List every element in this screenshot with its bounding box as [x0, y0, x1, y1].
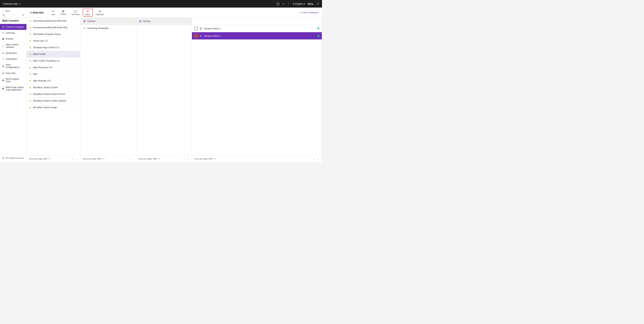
content-column-header: ⊞ Content › — [80, 18, 136, 25]
back-button[interactable]: ← Back — [2, 10, 24, 12]
list-item[interactable]: ⊞ Woodburn Studio Content French — [26, 91, 80, 98]
search-icon[interactable]: 🔍 — [2, 14, 5, 16]
back-label: Back — [6, 10, 10, 12]
overview-button[interactable]: ⬜ Overview — [69, 9, 82, 16]
clear-selection-button[interactable]: ✕ Clear Selection — [300, 11, 318, 14]
footer-pagination: ‹ › — [182, 157, 189, 160]
items-per-page-chevron[interactable]: ▾ — [100, 158, 101, 160]
footer-pagination: ‹ › — [313, 157, 319, 160]
library-icon: ⊞ — [29, 79, 31, 82]
user-icon[interactable]: ⓘ — [317, 2, 319, 6]
list-item[interactable]: ⊞ SecondLibrarya601e356-6c84-4381... — [26, 24, 80, 31]
clear-label: Clear Selection — [302, 11, 318, 14]
items-per-page-chevron[interactable]: ▾ — [156, 158, 157, 160]
article-2-checkbox[interactable]: ✓ — [194, 34, 198, 38]
list-item[interactable]: ⊞ Woodburn Studio Content — [26, 84, 80, 91]
library-list: ⊞ SecondLibrary83bcc81a-4816-455... ⊞ Se… — [26, 18, 80, 155]
articles-column-title: Articles — [143, 20, 150, 23]
prev-page-button[interactable]: ‹ — [313, 157, 316, 160]
sidebar-item-wcm-support-tools[interactable]: ✤ WCM Support Tools — [0, 76, 26, 84]
toolbar-actions: ✏ Edit 🗑 Delete ⬜ Overview ✛ Move ⧉ D — [49, 9, 300, 17]
more-options-icon[interactable]: ⋯ — [12, 14, 15, 16]
library-icon: ⊞ — [29, 73, 31, 76]
items-per-page-chevron[interactable]: ▾ — [212, 158, 213, 160]
content-composer-icon: ☰ — [2, 26, 4, 28]
article-item-1[interactable]: ⊞ Sample Article 1 — [192, 25, 322, 32]
content-column: ⊞ Content › ⊞ Authoring Templates Items … — [80, 18, 136, 162]
language-selector[interactable]: A English ▾ — [293, 2, 305, 5]
list-item[interactable]: ⊞ Social Lists 1.0 — [26, 38, 80, 44]
info-icon[interactable]: ⓘ — [214, 157, 216, 160]
library-icon: ⊞ — [29, 20, 31, 22]
sidebar-item-content-composer[interactable]: ☰ Content Composer — [0, 24, 26, 30]
library-column-footer: Items per page 100 ▾ ⓘ ‹ › — [26, 155, 80, 162]
topbar: Published Site ▾ ⬛ ⌂ ⋮ A English ▾ HCL ⓘ — [0, 0, 322, 8]
sidebar-item-web-content-libraries[interactable]: ⬚ Web Content Libraries — [0, 42, 26, 50]
prev-page-button[interactable]: ‹ — [182, 157, 186, 160]
list-item[interactable]: ⊞ Wiki Template v70 — [26, 78, 80, 84]
library-icon: ⊞ — [29, 86, 31, 89]
list-item[interactable]: ⊞ Template Page Content 3.0 — [26, 44, 80, 51]
lang-chevron-icon: ▾ — [304, 3, 305, 5]
next-page-button[interactable]: › — [316, 157, 319, 160]
next-page-button[interactable]: › — [130, 157, 134, 160]
list-item[interactable]: ⊞ Woodburn Studio Content Spanish — [26, 98, 80, 104]
footer-pagination: ‹ › — [127, 157, 134, 160]
content-header-icon: ⊞ — [84, 20, 86, 23]
items-per-page-chevron[interactable]: ▾ — [46, 158, 48, 160]
sidebar-item-authoring[interactable]: ✎ Authoring — [0, 30, 26, 36]
library-icon: ⊞ — [29, 46, 31, 49]
sidebar-item-subscribers[interactable]: ☆ Subscribers — [0, 56, 26, 62]
sidebar-item-label: Preview — [6, 38, 13, 40]
next-page-button[interactable]: › — [186, 157, 189, 160]
delete-button[interactable]: 🗑 Delete — [58, 9, 68, 16]
duplicate-button[interactable]: ⧉ Duplicate — [94, 9, 106, 16]
sidebar: ← Back 🔍 ⋯ ✕ Web Content ☰ Content Compo… — [0, 8, 26, 162]
duplicate-label: Duplicate — [96, 13, 104, 16]
authoring-templates-item[interactable]: ⊞ Authoring Templates — [80, 25, 136, 32]
sidebar-item-feed-jobs[interactable]: ⊘ Feed Jobs — [0, 70, 26, 76]
info-icon[interactable]: ⓘ — [102, 157, 104, 160]
list-item[interactable]: ⊞ Web Content Templates 3.0 — [26, 58, 80, 64]
article-2-status-dot — [318, 35, 319, 37]
library-name: Web Resources v70 — [33, 66, 52, 69]
list-item-selected[interactable]: ⊞ Web Content › — [26, 51, 80, 58]
article-items-list: ⊞ Sample Article 1 ✓ ⊞ Sample Article 2 — [192, 25, 322, 155]
sidebar-item-syndicators[interactable]: ⊙ Syndicators — [0, 50, 26, 56]
prev-page-button[interactable]: ‹ — [127, 157, 130, 160]
subscribers-icon: ☆ — [2, 58, 4, 60]
monitor-icon[interactable]: ⬛ — [276, 2, 280, 6]
info-icon[interactable]: ⓘ — [158, 157, 160, 160]
library-icon: ⊞ — [29, 26, 31, 29]
sidebar-item-feed-configurations[interactable]: ⊕ Feed Configurations — [0, 62, 26, 70]
app-dropdown-icon[interactable]: ▾ — [19, 3, 20, 5]
sidebar-item-preview[interactable]: ◉ Preview — [0, 36, 26, 42]
items-per-page-label: Items per page — [194, 158, 208, 160]
topbar-left: Published Site ▾ — [3, 3, 20, 5]
edit-icon: ✏ — [52, 10, 54, 13]
home-icon[interactable]: ⌂ — [283, 2, 284, 6]
article-item-2[interactable]: ✓ ⊞ Sample Article 2 — [192, 32, 322, 40]
library-name: Site Builder Template Library — [33, 33, 60, 36]
list-item[interactable]: ⊞ Woodburn Studio Design — [26, 104, 80, 111]
sidebar-item-multi-locale[interactable]: ✤ Multi-locale Library Copy Application — [0, 84, 26, 93]
move-label: Move — [85, 13, 90, 16]
content-area: 1 Selected ✏ Edit 🗑 Delete ⬜ Overview ✛ … — [26, 8, 322, 162]
article-1-checkbox[interactable] — [194, 27, 198, 30]
next-page-button[interactable]: › — [75, 157, 78, 160]
sidebar-item-label: WCM Support Tools — [6, 78, 24, 83]
articles-column-header: ⊞ Articles › — [136, 18, 192, 25]
list-item[interactable]: ⊞ SecondLibrary83bcc81a-4816-455... — [26, 18, 80, 24]
article-items-footer: Items per page 100 ▾ ⓘ ‹ › — [192, 155, 322, 162]
move-button[interactable]: ✛ Move — [83, 9, 93, 17]
list-item[interactable]: ⊞ Site Builder Template Library — [26, 31, 80, 38]
list-item[interactable]: ⊞ Web Resources v70 — [26, 64, 80, 71]
library-icon: ⊞ — [29, 59, 31, 62]
prev-page-button[interactable]: ‹ — [71, 157, 74, 160]
info-icon[interactable]: ⓘ — [48, 157, 51, 160]
close-icon[interactable]: ✕ — [22, 14, 24, 16]
list-item[interactable]: ⊞ Wiki — [26, 71, 80, 78]
edit-button[interactable]: ✏ Edit — [49, 9, 57, 16]
more-icon[interactable]: ⋮ — [287, 2, 290, 6]
sidebar-item-label: Multi-locale Library Copy Application — [6, 86, 24, 91]
